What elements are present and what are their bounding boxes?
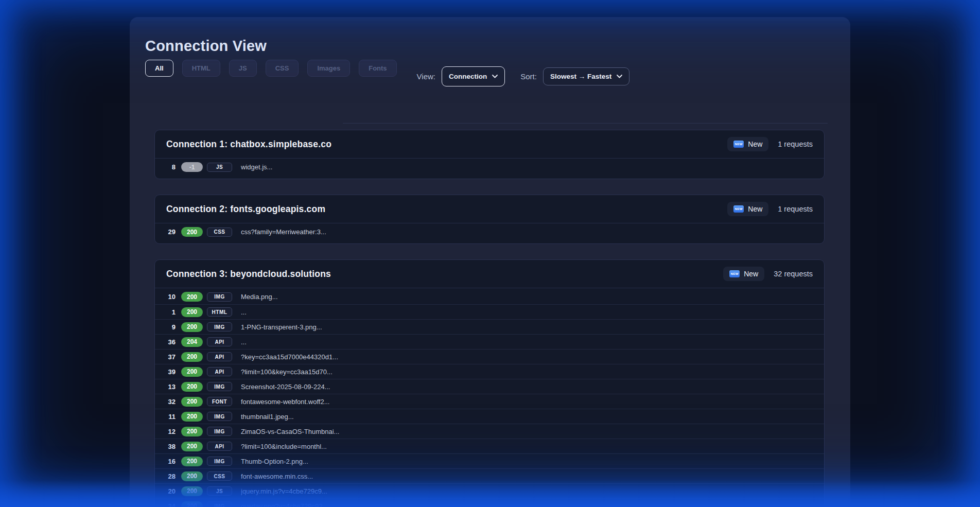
- status-badge: 200: [181, 457, 203, 466]
- list-divider: [343, 123, 828, 124]
- status-badge: 200: [181, 397, 203, 407]
- request-row[interactable]: 39 200 API ?limit=100&key=cc3aa15d70...: [155, 364, 824, 379]
- new-badge: NEW New: [723, 267, 764, 281]
- type-badge: IMG: [207, 292, 232, 302]
- request-name: ?limit=100&key=cc3aa15d70...: [241, 368, 332, 376]
- view-control-group: View: Connection: [417, 66, 505, 86]
- request-row[interactable]: 1 200 HTML ...: [155, 304, 824, 319]
- filter-button-images[interactable]: Images: [307, 60, 350, 77]
- connection-card: Connection 2: fonts.googleapis.com NEW N…: [154, 195, 825, 244]
- request-name: ...: [241, 308, 247, 316]
- type-badge: CSS: [207, 471, 232, 481]
- type-badge: HTML: [207, 307, 232, 317]
- status-badge: 200: [181, 382, 203, 392]
- new-icon: NEW: [733, 141, 744, 148]
- request-row[interactable]: 32 200 FONT fontawesome-webfont.woff2...: [155, 394, 824, 409]
- request-row[interactable]: 9 200 IMG 1-PNG-transperent-3.png...: [155, 319, 824, 334]
- request-number: 10: [162, 293, 176, 301]
- type-badge: JS: [207, 486, 232, 496]
- connection-view-panel: Connection View AllHTMLJSCSSImagesFonts …: [130, 17, 850, 507]
- request-name: ZimaOS-vs-CasaOS-Thumbnai...: [241, 428, 339, 435]
- type-badge: CSS: [207, 228, 232, 237]
- request-row[interactable]: 34 200 IMG overlay.png?v=4cbe729c92...: [155, 498, 824, 507]
- request-number: 9: [162, 323, 176, 331]
- sort-label: Sort:: [520, 72, 537, 81]
- request-name: Media.png...: [241, 293, 278, 301]
- connection-card-header: Connection 1: chatbox.simplebase.co NEW …: [155, 130, 824, 159]
- request-row[interactable]: 16 200 IMG Thumb-Option-2.png...: [155, 453, 824, 468]
- type-badge: FONT: [207, 397, 232, 406]
- new-badge-label: New: [748, 205, 762, 213]
- request-name: ...: [241, 338, 247, 346]
- status-badge: 200: [181, 471, 203, 481]
- connection-card-header: Connection 2: fonts.googleapis.com NEW N…: [155, 195, 824, 223]
- request-name: Screenshot-2025-08-09-224...: [241, 383, 330, 391]
- status-badge: 200: [181, 442, 203, 451]
- new-icon: NEW: [733, 205, 744, 213]
- type-badge: API: [207, 367, 232, 376]
- status-badge: 204: [181, 337, 203, 347]
- connection-title: Connection 3: beyondcloud.solutions: [166, 269, 723, 279]
- request-number: 36: [162, 338, 176, 346]
- request-number: 28: [162, 473, 176, 480]
- connection-card-header: Connection 3: beyondcloud.solutions NEW …: [155, 260, 824, 288]
- status-badge: 200: [181, 292, 203, 302]
- status-badge: 200: [181, 367, 203, 377]
- request-number: 11: [162, 413, 176, 421]
- connection-title: Connection 2: fonts.googleapis.com: [166, 204, 727, 215]
- request-rows: 29 200 CSS css?family=Merriweather:3...: [155, 223, 824, 243]
- request-number: 20: [162, 487, 176, 495]
- filter-button-all[interactable]: All: [145, 60, 173, 77]
- filter-button-fonts[interactable]: Fonts: [359, 60, 396, 77]
- type-badge: IMG: [207, 501, 232, 507]
- request-name: 1-PNG-transperent-3.png...: [241, 323, 322, 331]
- request-row[interactable]: 29 200 CSS css?family=Merriweather:3...: [155, 224, 824, 239]
- request-row[interactable]: 12 200 IMG ZimaOS-vs-CasaOS-Thumbnai...: [155, 424, 824, 439]
- request-number: 13: [162, 383, 176, 391]
- new-icon: NEW: [729, 270, 740, 277]
- filter-button-html[interactable]: HTML: [182, 60, 220, 77]
- request-name: widget.js...: [241, 163, 272, 171]
- request-row[interactable]: 8 -1 JS widget.js...: [155, 160, 824, 174]
- request-number: 12: [162, 428, 176, 435]
- request-number: 39: [162, 368, 176, 376]
- request-name: thumbnail1.jpeg...: [241, 413, 294, 421]
- request-row[interactable]: 37 200 API ?key=cc3aa15d7000e44320d1...: [155, 349, 824, 364]
- new-badge: NEW New: [727, 137, 768, 151]
- type-badge: JS: [207, 163, 232, 172]
- request-row[interactable]: 36 204 API ...: [155, 334, 824, 349]
- request-row[interactable]: 13 200 IMG Screenshot-2025-08-09-224...: [155, 379, 824, 394]
- request-number: 37: [162, 353, 176, 361]
- request-count: 1 requests: [778, 205, 813, 213]
- request-row[interactable]: 11 200 IMG thumbnail1.jpeg...: [155, 409, 824, 424]
- type-badge: API: [207, 337, 232, 346]
- new-badge-label: New: [744, 270, 758, 278]
- request-name: fontawesome-webfont.woff2...: [241, 398, 329, 406]
- status-badge: 200: [181, 501, 203, 507]
- status-badge: 200: [181, 486, 203, 496]
- type-badge: IMG: [207, 382, 232, 391]
- request-row[interactable]: 20 200 JS jquery.min.js?v=4cbe729c9...: [155, 483, 824, 498]
- sort-select[interactable]: Slowest → Fastest: [543, 67, 629, 85]
- filter-bar: AllHTMLJSCSSImagesFonts: [145, 60, 406, 77]
- request-number: 29: [162, 228, 176, 236]
- page-title: Connection View: [145, 38, 835, 55]
- request-name: font-awesome.min.css...: [241, 473, 313, 480]
- chevron-down-icon: [492, 75, 498, 78]
- request-count: 32 requests: [774, 270, 813, 278]
- connection-list: Connection 1: chatbox.simplebase.co NEW …: [154, 130, 825, 507]
- request-name: overlay.png?v=4cbe729c92...: [241, 502, 328, 507]
- request-row[interactable]: 28 200 CSS font-awesome.min.css...: [155, 468, 824, 483]
- request-name: ?limit=100&include=monthl...: [241, 443, 327, 450]
- connection-card: Connection 3: beyondcloud.solutions NEW …: [154, 259, 825, 507]
- request-number: 34: [162, 502, 176, 507]
- request-name: Thumb-Option-2.png...: [241, 458, 308, 465]
- request-row[interactable]: 38 200 API ?limit=100&include=monthl...: [155, 439, 824, 453]
- status-badge: 200: [181, 427, 203, 436]
- filter-button-css[interactable]: CSS: [266, 60, 299, 77]
- connection-card: Connection 1: chatbox.simplebase.co NEW …: [154, 130, 825, 179]
- filter-button-js[interactable]: JS: [229, 60, 257, 77]
- request-row[interactable]: 10 200 IMG Media.png...: [155, 289, 824, 304]
- view-select[interactable]: Connection: [442, 66, 505, 86]
- request-rows: 8 -1 JS widget.js...: [155, 159, 824, 179]
